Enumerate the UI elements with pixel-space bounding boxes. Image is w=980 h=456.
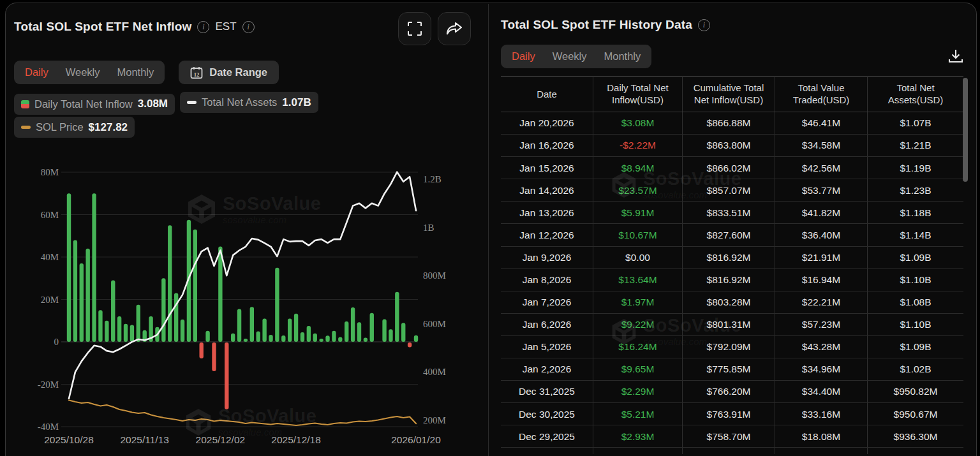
tab-weekly[interactable]: Weekly [66, 66, 100, 78]
cell-value: $833.51M [683, 202, 775, 223]
tab-monthly[interactable]: Monthly [604, 50, 641, 63]
inflow-bar-positive[interactable] [382, 320, 386, 342]
inflow-bar-positive[interactable] [370, 313, 374, 342]
cell-value: $42.56M [775, 157, 868, 179]
sol-price-line[interactable] [69, 401, 416, 426]
legend-badge-sol-price[interactable]: SOL Price$127.82 [14, 117, 135, 138]
cell-value: $2.93M [593, 425, 683, 447]
inflow-bar-positive[interactable] [105, 321, 108, 342]
date-range-button[interactable]: 12 Date Range [179, 61, 279, 84]
inflow-bar-positive[interactable] [345, 321, 348, 342]
inflow-bar-positive[interactable] [85, 249, 89, 342]
inflow-bar-positive[interactable] [181, 320, 184, 342]
inflow-bar-positive[interactable] [269, 335, 272, 342]
inflow-bar-positive[interactable] [364, 337, 368, 342]
download-button[interactable] [947, 47, 965, 68]
inflow-bar-positive[interactable] [124, 324, 128, 342]
cell-partial [683, 448, 775, 454]
inflow-bar-positive[interactable] [389, 329, 392, 342]
inflow-bar-positive[interactable] [275, 268, 279, 342]
inflow-bar-positive[interactable] [174, 293, 178, 342]
inflow-bar-positive[interactable] [414, 335, 418, 342]
inflow-bar-positive[interactable] [92, 193, 96, 342]
inflow-bar-positive[interactable] [262, 318, 266, 342]
inflow-bar-positive[interactable] [67, 193, 71, 342]
table-row: Jan 20,2026$3.08M$866.88M$46.41M$1.07B [501, 112, 963, 135]
inflow-bar-negative[interactable] [212, 342, 216, 371]
legend-badge-total-net-assets[interactable]: Total Net Assets1.07B [180, 92, 318, 113]
inflow-bar-positive[interactable] [73, 240, 77, 342]
inflow-bar-positive[interactable] [256, 331, 260, 342]
right-axis-tick: 400M [423, 367, 446, 377]
etf-inflow-chart[interactable]: 80M60M40M20M0-20M-40M1.2B1B800M600M400M2… [0, 159, 485, 456]
inflow-bar-positive[interactable] [250, 307, 254, 342]
cell-value: $41.82M [775, 202, 868, 223]
cell-value: $1.09B [868, 336, 963, 358]
inflow-bar-positive[interactable] [357, 322, 361, 342]
inflow-bar-negative[interactable] [408, 342, 412, 347]
inflow-bar-positive[interactable] [294, 314, 298, 342]
inflow-bar-positive[interactable] [319, 339, 323, 342]
chart-period-tabs: DailyWeeklyMonthly [14, 61, 165, 84]
inflow-bar-positive[interactable] [281, 335, 285, 342]
inflow-bar-negative[interactable] [225, 342, 228, 409]
inflow-bar-positive[interactable] [288, 318, 292, 342]
inflow-bar-positive[interactable] [301, 332, 304, 342]
inflow-bar-positive[interactable] [111, 281, 115, 342]
inflow-bar-positive[interactable] [130, 325, 134, 342]
inflow-bar-positive[interactable] [218, 246, 222, 342]
table-scrollbar[interactable] [963, 78, 968, 182]
download-icon [947, 47, 965, 65]
legend-value: $127.82 [89, 121, 128, 134]
legend-swatch-daily-net-inflow [21, 100, 29, 108]
cell-value: $950.82M [868, 381, 963, 402]
cell-date: Jan 5,2026 [501, 336, 593, 358]
tab-monthly[interactable]: Monthly [117, 66, 154, 78]
table-row: Jan 13,2026$5.91M$833.51M$41.82M$1.18B [501, 202, 963, 224]
inflow-bar-positive[interactable] [237, 309, 241, 342]
inflow-bar-positive[interactable] [332, 331, 336, 342]
inflow-bar-positive[interactable] [351, 307, 355, 342]
fullscreen-button[interactable] [398, 12, 431, 45]
x-axis-tick: 2025/12/18 [271, 434, 321, 445]
share-icon [446, 21, 463, 36]
net-assets-line[interactable] [69, 172, 416, 399]
cell-date: Dec 30,2025 [501, 403, 593, 425]
info-icon[interactable]: i [242, 21, 255, 33]
table-row: Jan 2,2026$9.65M$775.85M$34.96M$1.02B [501, 358, 963, 381]
inflow-bar-positive[interactable] [205, 331, 209, 342]
inflow-bar-positive[interactable] [338, 337, 342, 342]
inflow-bar-positive[interactable] [401, 323, 405, 342]
history-table: DateDaily Total Net Inflow(USD)Cumulativ… [501, 77, 963, 454]
share-button[interactable] [438, 12, 471, 45]
tab-daily[interactable]: Daily [25, 66, 48, 78]
inflow-bar-positive[interactable] [307, 326, 311, 342]
inflow-bar-negative[interactable] [200, 342, 204, 358]
table-row: Jan 8,2026$13.64M$816.92M$16.94M$1.10B [501, 269, 963, 291]
inflow-bar-positive[interactable] [325, 335, 329, 342]
cell-value: $9.65M [593, 358, 683, 380]
inflow-bar-positive[interactable] [231, 334, 235, 342]
info-icon[interactable]: i [197, 21, 209, 33]
tab-daily[interactable]: Daily [512, 50, 535, 63]
inflow-bar-positive[interactable] [117, 316, 121, 342]
inflow-bar-positive[interactable] [98, 310, 102, 342]
inflow-bar-positive[interactable] [395, 292, 399, 342]
cell-value: $43.28M [775, 336, 868, 358]
inflow-bar-positive[interactable] [137, 305, 140, 342]
inflow-bar-positive[interactable] [168, 225, 172, 342]
cell-value: -$2.22M [593, 135, 683, 156]
inflow-bar-positive[interactable] [161, 278, 165, 342]
info-icon[interactable]: i [698, 19, 710, 31]
table-row: Jan 6,2026$9.22M$801.31M$57.23M$1.10B [501, 314, 963, 336]
svg-text:12: 12 [194, 71, 200, 77]
inflow-bar-positive[interactable] [80, 263, 84, 342]
left-axis-tick: 40M [41, 252, 59, 262]
inflow-bar-positive[interactable] [244, 339, 248, 342]
legend-badge-daily-net-inflow[interactable]: Daily Total Net Inflow3.08M [14, 94, 175, 115]
tab-weekly[interactable]: Weekly [553, 50, 587, 63]
inflow-bar-positive[interactable] [313, 334, 317, 342]
cell-partial [501, 448, 593, 454]
left-axis-tick: 60M [41, 210, 59, 220]
inflow-bar-positive[interactable] [193, 230, 197, 342]
